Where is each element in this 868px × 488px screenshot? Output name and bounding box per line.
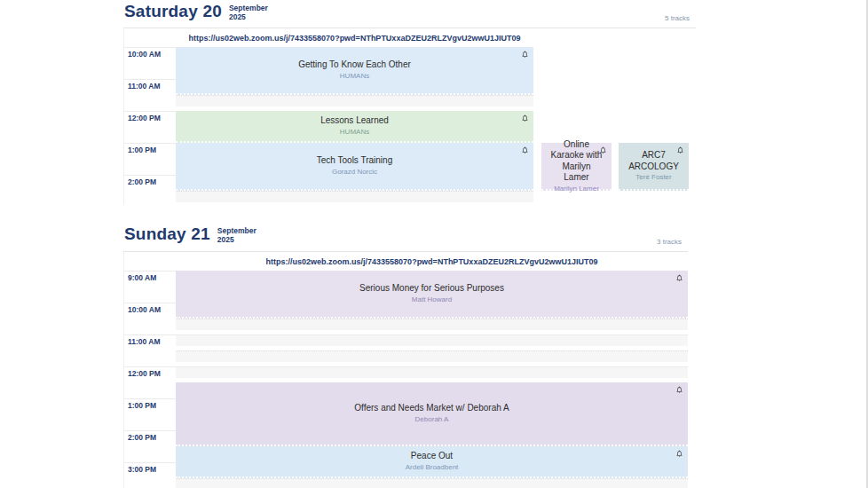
time-label: 1:00 PM — [128, 401, 156, 410]
event-title: Lessons Learned — [320, 115, 389, 127]
time-label: 9:00 AM — [128, 273, 156, 282]
event-title: Peace Out — [411, 451, 453, 462]
schedule-page: Saturday 20 September 2025 5 tracks http… — [0, 0, 868, 488]
time-label: 10:00 AM — [128, 305, 161, 314]
time-label: 2:00 PM — [128, 433, 156, 442]
event-card[interactable]: Lessons LearnedHUMANs — [176, 111, 533, 143]
time-label: 11:00 AM — [128, 82, 161, 91]
time-label: 3:00 PM — [128, 465, 156, 474]
event-card[interactable]: Getting To Know Each OtherHUMANs — [176, 47, 533, 95]
time-label: 12:00 PM — [128, 369, 161, 378]
time-label: 2:00 PM — [128, 177, 156, 186]
event-title: Tech Tools Training — [317, 155, 392, 167]
half-hour-line — [176, 350, 688, 351]
bell-icon[interactable] — [521, 146, 529, 154]
bell-icon[interactable] — [521, 50, 529, 59]
hour-line — [124, 366, 688, 367]
zoom-link[interactable]: https://us02web.zoom.us/j/7433558070?pwd… — [176, 252, 688, 271]
event-card[interactable]: Offers and Needs Market w/ Deborah ADebo… — [176, 382, 688, 446]
bell-icon[interactable] — [599, 146, 607, 154]
schedule-grid: https://us02web.zoom.us/j/7433558070?pwd… — [123, 251, 688, 488]
bell-icon[interactable] — [675, 273, 683, 282]
day-month: September — [217, 226, 256, 235]
tracks-count-label: 5 tracks — [123, 14, 690, 22]
event-title: Online Karaoke with Marilyn Lamer — [548, 139, 604, 184]
event-title: Offers and Needs Market w/ Deborah A — [354, 403, 509, 414]
event-card[interactable]: Peace OutArdell Broadbent — [176, 446, 688, 478]
event-speaker: HUMANs — [340, 127, 369, 137]
event-speaker: Gorazd Norcic — [332, 167, 377, 177]
event-card[interactable]: Online Karaoke with Marilyn LamerMarilyn… — [541, 143, 612, 191]
event-title: Serious Money for Serious Purposes — [359, 283, 504, 295]
time-label: 1:00 PM — [128, 146, 156, 154]
schedule-grid: https://us02web.zoom.us/j/7433558070?pwd… — [123, 28, 696, 205]
time-label: 11:00 AM — [128, 337, 161, 346]
zoom-link[interactable]: https://us02web.zoom.us/j/7433558070?pwd… — [176, 28, 533, 47]
half-hour-line — [176, 478, 688, 479]
hour-line — [124, 335, 688, 335]
half-hour-line — [176, 319, 688, 319]
half-hour-line — [176, 95, 533, 96]
half-hour-line — [176, 191, 533, 192]
event-title: ARC7 ARCOLOGY — [626, 150, 682, 172]
bell-icon[interactable] — [675, 385, 683, 394]
bell-icon[interactable] — [676, 146, 684, 154]
bell-icon[interactable] — [675, 449, 683, 458]
event-title: Getting To Know Each Other — [298, 59, 411, 71]
event-speaker: Teré Foster — [635, 172, 671, 182]
event-speaker: Marilyn Lamer — [554, 184, 599, 193]
event-card[interactable]: ARC7 ARCOLOGYTeré Foster — [619, 143, 689, 191]
event-speaker: Deborah A — [415, 414, 449, 424]
tracks-count-label: 3 tracks — [123, 238, 682, 246]
event-speaker: Ardell Broadbent — [406, 462, 459, 472]
time-label: 10:00 AM — [128, 50, 161, 59]
event-card[interactable]: Serious Money for Serious PurposesMatt H… — [176, 271, 688, 319]
event-speaker: HUMANs — [340, 71, 369, 81]
event-speaker: Matt Howard — [412, 295, 452, 304]
event-card[interactable]: Tech Tools TrainingGorazd Norcic — [176, 143, 533, 191]
day-month: September — [229, 4, 268, 12]
time-label: 12:00 PM — [128, 114, 161, 122]
bell-icon[interactable] — [521, 114, 529, 122]
